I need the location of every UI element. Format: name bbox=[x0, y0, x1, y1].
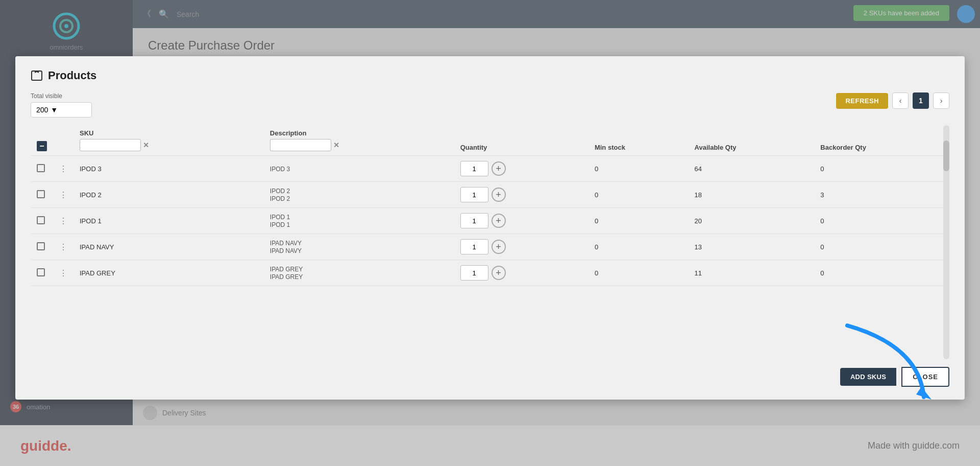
row-min-stock: 0 bbox=[589, 234, 689, 260]
svg-rect-3 bbox=[32, 71, 42, 80]
modal-controls: Total visible 200 ▼ REFRESH ‹ 1 › bbox=[31, 92, 949, 118]
table-container: SKU ✕ Description ✕ bbox=[31, 125, 949, 359]
products-table: SKU ✕ Description ✕ bbox=[31, 125, 949, 286]
row-qty-cell: + bbox=[460, 161, 582, 176]
desc-filter-clear[interactable]: ✕ bbox=[333, 141, 339, 149]
row-backorder-qty: 0 bbox=[814, 156, 949, 182]
row-menu-icon[interactable]: ⋮ bbox=[59, 165, 67, 173]
row-min-stock: 0 bbox=[589, 182, 689, 208]
row-checkbox[interactable] bbox=[37, 190, 45, 198]
row-qty-cell: + bbox=[460, 213, 582, 228]
row-checkbox[interactable] bbox=[37, 216, 45, 224]
row-description: IPAD GREY IPAD GREY bbox=[264, 260, 454, 286]
pagination-controls: REFRESH ‹ 1 › bbox=[836, 92, 949, 109]
th-min-stock: Min stock bbox=[589, 125, 689, 156]
qty-input[interactable] bbox=[460, 161, 488, 176]
qty-input[interactable] bbox=[460, 213, 488, 228]
qty-add-button[interactable]: + bbox=[492, 188, 506, 202]
qty-input[interactable] bbox=[460, 239, 488, 254]
row-min-stock: 0 bbox=[589, 156, 689, 182]
products-modal: Products Total visible 200 ▼ REFRESH ‹ 1… bbox=[15, 56, 965, 400]
modal-header: Products bbox=[31, 69, 949, 82]
th-available-qty: Available Qty bbox=[689, 125, 815, 156]
th-quantity: Quantity bbox=[454, 125, 589, 156]
table-row: ⋮ IPAD GREY IPAD GREY IPAD GREY + 0 11 0 bbox=[31, 260, 949, 286]
row-description: IPOD 2 IPOD 2 bbox=[264, 182, 454, 208]
add-skus-button[interactable]: ADD SKUS bbox=[840, 368, 896, 386]
row-available-qty: 11 bbox=[689, 260, 815, 286]
row-min-stock: 0 bbox=[589, 260, 689, 286]
row-menu-icon[interactable]: ⋮ bbox=[59, 269, 67, 277]
row-checkbox[interactable] bbox=[37, 242, 45, 250]
th-backorder-qty: Backorder Qty bbox=[814, 125, 949, 156]
row-sku: IPAD NAVY bbox=[74, 234, 264, 260]
sku-filter-input[interactable] bbox=[80, 139, 141, 151]
row-backorder-qty: 0 bbox=[814, 260, 949, 286]
th-description: Description ✕ bbox=[264, 125, 454, 156]
description-filter-input[interactable] bbox=[270, 139, 331, 151]
qty-add-button[interactable]: + bbox=[492, 240, 506, 254]
th-sku: SKU ✕ bbox=[74, 125, 264, 156]
table-row: ⋮ IPOD 1 IPOD 1 IPOD 1 + 0 20 0 bbox=[31, 208, 949, 234]
row-description: IPAD NAVY IPAD NAVY bbox=[264, 234, 454, 260]
scrollbar-track[interactable] bbox=[943, 125, 949, 359]
row-available-qty: 20 bbox=[689, 208, 815, 234]
modal-title: Products bbox=[48, 69, 96, 82]
row-backorder-qty: 0 bbox=[814, 208, 949, 234]
row-description: IPOD 1 IPOD 1 bbox=[264, 208, 454, 234]
qty-input[interactable] bbox=[460, 187, 488, 202]
row-description: IPOD 3 bbox=[264, 156, 454, 182]
row-qty-cell: + bbox=[460, 239, 582, 254]
qty-input[interactable] bbox=[460, 265, 488, 281]
row-menu-icon[interactable]: ⋮ bbox=[59, 191, 67, 199]
table-row: ⋮ IPAD NAVY IPAD NAVY IPAD NAVY + 0 13 0 bbox=[31, 234, 949, 260]
select-all-checkbox[interactable] bbox=[37, 141, 47, 151]
row-sku: IPOD 1 bbox=[74, 208, 264, 234]
row-menu-icon[interactable]: ⋮ bbox=[59, 243, 67, 251]
qty-add-button[interactable]: + bbox=[492, 161, 506, 176]
refresh-button[interactable]: REFRESH bbox=[836, 93, 888, 109]
prev-page-button[interactable]: ‹ bbox=[892, 92, 909, 109]
row-available-qty: 13 bbox=[689, 234, 815, 260]
th-dots bbox=[53, 125, 74, 156]
sku-filter-clear[interactable]: ✕ bbox=[143, 141, 149, 149]
page-1-button[interactable]: 1 bbox=[913, 92, 929, 109]
qty-add-button[interactable]: + bbox=[492, 266, 506, 280]
dropdown-chevron-icon: ▼ bbox=[51, 106, 58, 114]
total-visible-label: Total visible bbox=[31, 92, 92, 100]
next-page-button[interactable]: › bbox=[933, 92, 949, 109]
row-menu-icon[interactable]: ⋮ bbox=[59, 217, 67, 225]
products-icon bbox=[31, 69, 43, 82]
row-checkbox[interactable] bbox=[37, 164, 45, 172]
table-row: ⋮ IPOD 2 IPOD 2 IPOD 2 + 0 18 3 bbox=[31, 182, 949, 208]
table-row: ⋮ IPOD 3 IPOD 3 + 0 64 0 bbox=[31, 156, 949, 182]
total-visible-dropdown[interactable]: 200 ▼ bbox=[31, 102, 92, 118]
row-sku: IPOD 2 bbox=[74, 182, 264, 208]
close-button[interactable]: CLOSE bbox=[901, 367, 949, 387]
modal-footer: ADD SKUS CLOSE bbox=[31, 367, 949, 387]
row-checkbox[interactable] bbox=[37, 268, 45, 276]
row-backorder-qty: 0 bbox=[814, 234, 949, 260]
total-visible-section: Total visible 200 ▼ bbox=[31, 92, 92, 118]
row-qty-cell: + bbox=[460, 265, 582, 281]
scrollbar-thumb[interactable] bbox=[943, 141, 949, 171]
row-backorder-qty: 3 bbox=[814, 182, 949, 208]
row-available-qty: 64 bbox=[689, 156, 815, 182]
row-sku: IPOD 3 bbox=[74, 156, 264, 182]
row-qty-cell: + bbox=[460, 187, 582, 202]
row-available-qty: 18 bbox=[689, 182, 815, 208]
row-min-stock: 0 bbox=[589, 208, 689, 234]
row-sku: IPAD GREY bbox=[74, 260, 264, 286]
qty-add-button[interactable]: + bbox=[492, 214, 506, 228]
